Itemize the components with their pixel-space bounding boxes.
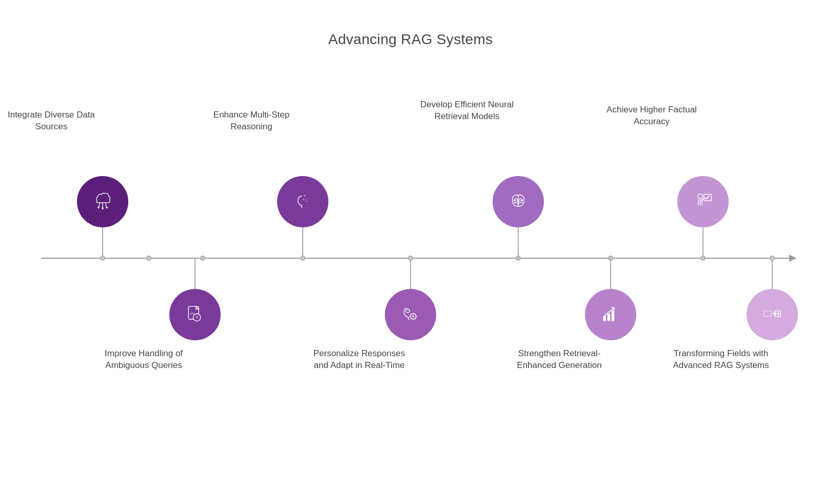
svg-point-32 <box>598 302 623 327</box>
svg-point-40 <box>759 302 785 327</box>
main-title: Advancing RAG Systems <box>328 31 493 48</box>
axis-dot-2 <box>146 256 151 261</box>
circle-enhance: + - ÷ × <box>277 176 328 227</box>
svg-line-23 <box>415 318 416 319</box>
axis-dot-5 <box>408 256 413 261</box>
axis-dot-8 <box>700 256 706 261</box>
axis-dot-4 <box>300 256 305 261</box>
circle-strengthen <box>585 289 636 340</box>
svg-line-24 <box>411 318 411 319</box>
label-personalize: Personalize Responses and Adapt in Real-… <box>308 348 411 372</box>
svg-point-36 <box>690 189 716 215</box>
circle-improve: <> ? <box>169 289 221 340</box>
svg-line-22 <box>411 314 411 314</box>
svg-text:÷: ÷ <box>305 200 307 203</box>
svg-rect-34 <box>608 314 610 321</box>
label-transform: Transforming Fields with Advanced RAG Sy… <box>670 348 772 372</box>
svg-text:×: × <box>303 198 305 201</box>
page-container: Advancing RAG Systems <box>26 21 795 483</box>
label-improve: Improve Handling of Ambiguous Queries <box>92 348 195 372</box>
svg-point-0 <box>90 189 115 215</box>
axis-dot-1 <box>100 256 105 261</box>
svg-line-25 <box>415 314 416 314</box>
axis-dot-7 <box>608 256 613 261</box>
circle-transform <box>747 289 798 340</box>
label-integrate: Integrate Diverse Data Sources <box>0 109 103 133</box>
svg-point-17 <box>413 316 415 318</box>
circle-achieve <box>677 176 729 227</box>
svg-text:?: ? <box>196 315 198 320</box>
svg-point-9 <box>290 189 316 215</box>
axis-dot-9 <box>770 256 775 261</box>
circle-develop <box>493 176 544 227</box>
axis-line <box>41 258 795 259</box>
circle-personalize <box>385 289 436 340</box>
label-develop: Develop Efficient Neural Retrieval Model… <box>416 99 518 123</box>
svg-rect-35 <box>612 311 614 321</box>
axis-dot-3 <box>200 256 205 261</box>
circle-integrate <box>77 176 128 227</box>
label-achieve: Achieve Higher Factual Accuracy <box>600 104 703 128</box>
timeline: Integrate Diverse Data Sources <> ? Impr… <box>26 79 795 438</box>
svg-point-14 <box>398 302 423 327</box>
label-strengthen: Strengthen Retrieval-Enhanced Generation <box>508 348 611 372</box>
label-enhance: Enhance Multi-Step Reasoning <box>200 109 303 133</box>
axis-dot-6 <box>516 256 521 261</box>
